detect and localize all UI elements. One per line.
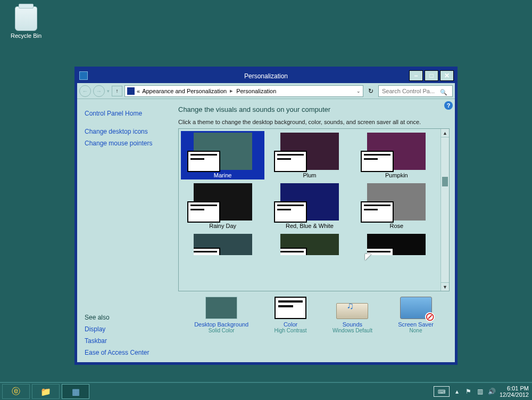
- close-button[interactable]: ✕: [440, 70, 454, 81]
- screen-saver-option[interactable]: Screen Saver None: [398, 297, 434, 333]
- theme-item-8[interactable]: [355, 232, 438, 258]
- color-thumb: [275, 297, 306, 319]
- breadcrumb-prefix: «: [137, 88, 140, 94]
- theme-thumb: [194, 234, 252, 255]
- taskbar-time: 6:01 PM: [500, 385, 529, 391]
- theme-thumb: [194, 133, 252, 170]
- window-glyph-icon: [361, 151, 394, 172]
- theme-item-marine[interactable]: Marine: [181, 131, 264, 179]
- refresh-button[interactable]: ↻: [365, 86, 376, 96]
- scrollbar[interactable]: ▲ ▼: [440, 129, 449, 291]
- color-label: Color: [275, 321, 307, 328]
- window-glyph-icon: [194, 248, 220, 255]
- address-dropdown-icon[interactable]: ⌄: [356, 88, 361, 94]
- sounds-option[interactable]: Sounds Windows Default: [332, 297, 372, 333]
- breadcrumb-separator: ▸: [229, 87, 234, 94]
- sidebar-see-also-header: See also: [85, 312, 171, 323]
- address-bar[interactable]: « Appearance and Personalization ▸ Perso…: [124, 85, 363, 97]
- recycle-bin[interactable]: Recycle Bin: [7, 6, 45, 39]
- help-icon[interactable]: ?: [444, 101, 453, 110]
- taskbar-date: 12/24/2012: [500, 391, 529, 398]
- desktop-background-option[interactable]: Desktop Background Solid Color: [194, 297, 248, 333]
- nav-back-button[interactable]: ←: [79, 85, 91, 97]
- window-glyph-icon: [274, 201, 307, 223]
- screen-saver-value: None: [398, 328, 434, 333]
- sidebar: Control Panel Home Change desktop icons …: [77, 99, 178, 362]
- nav-forward-button[interactable]: →: [93, 85, 105, 97]
- sidebar-change-mouse-pointers[interactable]: Change mouse pointers: [85, 137, 171, 149]
- personalization-window: Personalization – □ ✕ ← → ▾ ↑ « Appearan…: [74, 67, 458, 365]
- sidebar-control-panel-home[interactable]: Control Panel Home: [85, 108, 171, 119]
- desktop-background-value: Solid Color: [194, 328, 248, 333]
- window-glyph-icon: [274, 151, 307, 172]
- scroll-up-button[interactable]: ▲: [441, 129, 449, 137]
- color-value: High Contrast: [275, 328, 307, 333]
- sidebar-taskbar[interactable]: Taskbar: [85, 335, 171, 347]
- keyboard-icon[interactable]: ⌨: [434, 386, 450, 397]
- window-glyph-icon: [187, 201, 220, 223]
- taskbar-personalization-button[interactable]: ▦: [62, 384, 89, 399]
- minimize-button[interactable]: –: [409, 70, 423, 81]
- desktop-background-label: Desktop Background: [194, 321, 248, 328]
- theme-label: Rose: [356, 223, 437, 229]
- color-option[interactable]: Color High Contrast: [275, 297, 307, 333]
- breadcrumb-part1[interactable]: Appearance and Personalization: [142, 88, 227, 94]
- page-heading: Change the visuals and sounds on your co…: [178, 105, 450, 113]
- scroll-thumb[interactable]: [442, 177, 448, 186]
- sidebar-display[interactable]: Display: [85, 323, 171, 335]
- scroll-down-button[interactable]: ▼: [441, 282, 449, 291]
- theme-label: Marine: [182, 172, 263, 178]
- screen-saver-thumb: [400, 297, 432, 319]
- tray-network-icon[interactable]: ▥: [476, 387, 485, 396]
- desktop-background-thumb: [205, 297, 237, 319]
- window-glyph-icon: [280, 248, 307, 255]
- theme-thumb: [367, 133, 426, 170]
- main-panel: ? Change the visuals and sounds on your …: [178, 99, 455, 362]
- theme-thumb: [280, 183, 339, 221]
- window-title: Personalization: [244, 72, 288, 80]
- theme-thumb: [280, 133, 339, 170]
- sounds-label: Sounds: [332, 321, 372, 328]
- theme-item-7[interactable]: [268, 232, 351, 258]
- window-glyph-icon: [367, 248, 394, 255]
- theme-item-rose[interactable]: Rose: [355, 182, 438, 230]
- sidebar-change-desktop-icons[interactable]: Change desktop icons: [85, 126, 171, 137]
- theme-thumb: [367, 183, 426, 221]
- nav-bar: ← → ▾ ↑ « Appearance and Personalization…: [77, 83, 455, 99]
- tray-volume-icon[interactable]: 🔊: [488, 387, 496, 396]
- theme-item-red-blue-white[interactable]: Red, Blue & White: [268, 182, 351, 230]
- tray-chevron-icon[interactable]: ▴: [453, 387, 461, 396]
- taskbar: ⓔ 📁 ▦ ⌨ ▴ ⚑ ▥ 🔊 6:01 PM 12/24/2012: [0, 382, 532, 400]
- theme-thumb: [280, 234, 339, 255]
- themes-list: MarinePlumPumpkinRainy DayRed, Blue & Wh…: [178, 128, 450, 291]
- window-glyph-icon: [187, 151, 220, 172]
- theme-label: Plum: [269, 172, 350, 178]
- tray-flag-icon[interactable]: ⚑: [464, 387, 473, 396]
- nav-up-button[interactable]: ↑: [112, 86, 122, 96]
- theme-label: Red, Blue & White: [269, 223, 350, 229]
- titlebar-icon: [79, 71, 88, 80]
- sounds-thumb: [336, 303, 368, 319]
- search-input[interactable]: [378, 85, 453, 97]
- theme-label: Pumpkin: [356, 172, 437, 178]
- address-icon: [127, 87, 135, 95]
- window-glyph-icon: [361, 201, 394, 223]
- sidebar-ease-of-access[interactable]: Ease of Access Center: [85, 347, 171, 358]
- maximize-button[interactable]: □: [425, 70, 438, 81]
- theme-item-6[interactable]: [181, 232, 264, 258]
- theme-thumb: [367, 234, 426, 255]
- theme-item-rainy-day[interactable]: Rainy Day: [181, 182, 264, 230]
- taskbar-clock[interactable]: 6:01 PM 12/24/2012: [500, 385, 529, 398]
- sounds-value: Windows Default: [332, 328, 372, 333]
- theme-item-pumpkin[interactable]: Pumpkin: [355, 131, 438, 179]
- recycle-bin-label: Recycle Bin: [7, 32, 45, 39]
- titlebar[interactable]: Personalization – □ ✕: [77, 69, 455, 83]
- recycle-bin-icon: [15, 6, 37, 31]
- page-description: Click a theme to change the desktop back…: [178, 119, 450, 125]
- theme-thumb: [194, 183, 252, 221]
- theme-label: Rainy Day: [182, 223, 263, 229]
- taskbar-ie-button[interactable]: ⓔ: [2, 384, 30, 399]
- taskbar-explorer-button[interactable]: 📁: [32, 384, 60, 399]
- breadcrumb-part2[interactable]: Personalization: [236, 88, 276, 94]
- theme-item-plum[interactable]: Plum: [268, 131, 351, 179]
